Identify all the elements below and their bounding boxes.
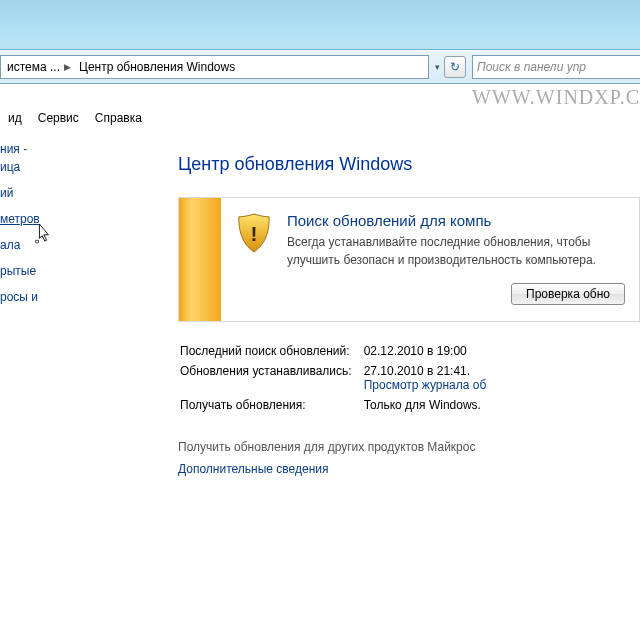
sidebar-link-settings[interactable]: метров xyxy=(0,206,144,232)
other-products-text: Получить обновления для других продуктов… xyxy=(178,440,640,454)
search-input[interactable]: Поиск в панели упр xyxy=(472,55,640,79)
menu-bar: ид Сервис Справка xyxy=(0,105,148,131)
status-panel: ! Поиск обновлений для компь Всегда уста… xyxy=(178,197,640,322)
refresh-button[interactable]: ↻ xyxy=(444,56,466,78)
sidebar-link[interactable]: ий xyxy=(0,180,144,206)
search-placeholder: Поиск в панели упр xyxy=(477,60,586,74)
page-title: Центр обновления Windows xyxy=(178,154,640,175)
status-description: Всегда устанавливайте последние обновлен… xyxy=(287,233,625,269)
sidebar-link[interactable]: ала xyxy=(0,232,144,258)
drop-arrow-icon[interactable]: ▾ xyxy=(435,62,440,72)
table-row: Получать обновления: Только для Windows. xyxy=(180,396,496,414)
sidebar-link[interactable]: рытые xyxy=(0,258,144,284)
svg-text:!: ! xyxy=(251,222,258,245)
menu-item-help[interactable]: Справка xyxy=(89,109,148,127)
breadcrumb-segment[interactable]: Центр обновления Windows xyxy=(75,56,239,78)
row-label: Обновления устанавливались: xyxy=(180,362,362,394)
refresh-icon: ↻ xyxy=(450,60,460,74)
window-glass-top xyxy=(0,0,640,50)
status-title: Поиск обновлений для компь xyxy=(287,212,625,229)
breadcrumb-segment[interactable]: истема ... ▶ xyxy=(3,56,75,78)
address-bar: истема ... ▶ Центр обновления Windows ▾ … xyxy=(0,50,640,84)
breadcrumb-label: Центр обновления Windows xyxy=(79,60,235,74)
menu-item-tools[interactable]: Сервис xyxy=(32,109,85,127)
view-history-link[interactable]: Просмотр журнала об xyxy=(364,378,487,392)
shield-warning-icon: ! xyxy=(235,212,273,254)
watermark-text: WWW.WINDXP.C xyxy=(472,86,640,109)
row-label: Получать обновления: xyxy=(180,396,362,414)
cursor-hover-icon xyxy=(34,222,52,244)
table-row: Обновления устанавливались: 27.10.2010 в… xyxy=(180,362,496,394)
sidebar: ния - ица ий метров ала рытые росы и xyxy=(0,84,150,640)
row-value: 27.10.2010 в 21:41. xyxy=(364,364,470,378)
more-info-link[interactable]: Дополнительные сведения xyxy=(178,462,640,476)
menu-item-view[interactable]: ид xyxy=(2,109,28,127)
nav-buttons: ▾ ↻ xyxy=(435,55,466,79)
row-value: 02.12.2010 в 19:00 xyxy=(364,342,497,360)
status-stripe xyxy=(179,198,221,321)
table-row: Последний поиск обновлений: 02.12.2010 в… xyxy=(180,342,496,360)
breadcrumb[interactable]: истема ... ▶ Центр обновления Windows xyxy=(0,55,429,79)
breadcrumb-label: истема ... xyxy=(7,60,60,74)
status-table: Последний поиск обновлений: 02.12.2010 в… xyxy=(178,340,498,432)
check-updates-button[interactable]: Проверка обно xyxy=(511,283,625,305)
row-label: Последний поиск обновлений: xyxy=(180,342,362,360)
chevron-right-icon: ▶ xyxy=(64,62,71,72)
sidebar-link[interactable]: ния - ица xyxy=(0,136,144,180)
main-content: Центр обновления Windows ! xyxy=(150,84,640,640)
sidebar-link[interactable]: росы и xyxy=(0,284,144,310)
svg-rect-0 xyxy=(36,240,39,243)
row-value: Только для Windows. xyxy=(364,396,497,414)
